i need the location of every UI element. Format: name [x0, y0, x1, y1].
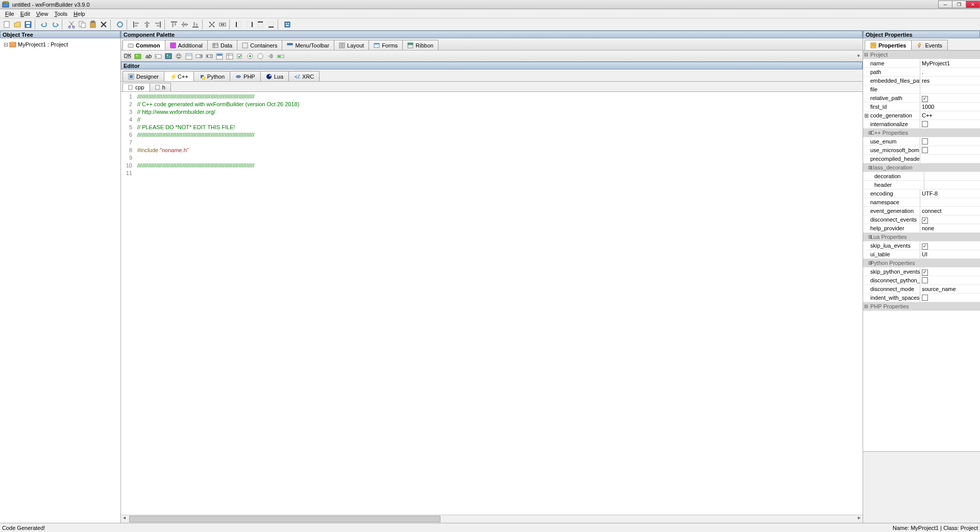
prop-value[interactable]: none [920, 224, 980, 232]
palette-tab-menu-toolbar[interactable]: Menu/Toolbar [282, 40, 334, 50]
horizontal-scrollbar[interactable] [121, 515, 863, 523]
palette-tab-layout[interactable]: Layout [334, 40, 369, 50]
prop-row-decoration[interactable]: decoration [863, 172, 980, 181]
palette-dropdown-icon[interactable]: ▼ [856, 54, 861, 58]
prop-value[interactable]: UI [920, 250, 980, 258]
prop-row-encoding[interactable]: encodingUTF-8 [863, 189, 980, 198]
expand-icon[interactable]: ⊟ [863, 163, 869, 172]
prop-category-python-properties[interactable]: ⊟Python Properties [863, 259, 980, 268]
align-right-button[interactable] [153, 19, 163, 30]
editor-tab-designer[interactable]: Designer [122, 71, 164, 81]
tree-root-item[interactable]: ⊟ MyProject1 : Project [1, 40, 119, 49]
align-center-h-button[interactable] [142, 19, 152, 30]
prop-category-class_decoration[interactable]: ⊟class_decoration [863, 163, 980, 172]
minimize-button[interactable]: ─ [938, 1, 952, 8]
prop-row-use_microsoft_bom[interactable]: use_microsoft_bom [863, 146, 980, 155]
expand-icon[interactable]: ⊟ [863, 259, 869, 267]
close-button[interactable]: ✕ [966, 1, 980, 8]
border-top-button[interactable] [255, 19, 265, 30]
prop-tab-properties[interactable]: Properties [865, 40, 912, 50]
prop-value[interactable]: UTF-8 [920, 189, 980, 198]
file-tab-h[interactable]: h [150, 83, 171, 91]
expand-button[interactable] [207, 19, 217, 30]
open-button[interactable] [12, 19, 22, 30]
expand-icon[interactable]: ⊟ [863, 302, 869, 310]
maximize-button[interactable]: ❐ [952, 1, 966, 8]
editor-tab-c[interactable]: ⚡C++ [164, 71, 194, 81]
prop-row-disconnect_mode[interactable]: disconnect_modesource_name [863, 285, 980, 294]
palette-tab-data[interactable]: Data [207, 40, 237, 50]
property-grid[interactable]: ⊟ProjectnameMyProject1path.embedded_file… [863, 51, 980, 451]
palette-tab-forms[interactable]: Forms [369, 40, 403, 50]
prop-value[interactable]: C++ [920, 111, 980, 119]
checkbox[interactable] [922, 277, 928, 283]
prop-tab-events[interactable]: Events [911, 40, 948, 50]
align-left-button[interactable] [131, 19, 141, 30]
listbox-tool[interactable] [184, 52, 193, 61]
radio-tool[interactable] [246, 52, 255, 61]
radiobox-tool[interactable] [256, 52, 265, 61]
prop-row-name[interactable]: nameMyProject1 [863, 59, 980, 68]
paste-button[interactable] [88, 19, 98, 30]
prop-value[interactable]: 1000 [920, 103, 980, 111]
settings-button[interactable] [282, 19, 292, 30]
prop-value[interactable]: connect [920, 207, 980, 215]
border-right-button[interactable] [244, 19, 255, 30]
menu-edit[interactable]: Edit [17, 10, 33, 17]
choice-tool[interactable] [215, 52, 224, 61]
code-content[interactable]: ////////////////////////////////////////… [135, 92, 863, 515]
menu-view[interactable]: View [33, 10, 52, 17]
prop-row-internationalize[interactable]: internationalize [863, 120, 980, 129]
border-bottom-button[interactable] [266, 19, 276, 30]
checkbox[interactable] [922, 295, 928, 301]
align-center-v-button[interactable] [180, 19, 190, 30]
new-button[interactable] [2, 19, 12, 30]
stretch-button[interactable] [217, 19, 228, 30]
menu-help[interactable]: Help [70, 10, 88, 17]
prop-row-indent_with_spaces[interactable]: indent_with_spaces [863, 294, 980, 302]
prop-row-code_generation[interactable]: ⊞code_generationC++ [863, 111, 980, 120]
prop-row-namespace[interactable]: namespace [863, 198, 980, 207]
prop-row-file[interactable]: file [863, 85, 980, 94]
expand-icon[interactable]: ⊞ [864, 112, 869, 118]
checkbox[interactable]: ✓ [922, 244, 928, 250]
scrollbar-thumb[interactable] [129, 516, 440, 522]
prop-row-relative_path[interactable]: relative_path✓ [863, 94, 980, 103]
prop-value[interactable] [924, 181, 980, 189]
prop-row-disconnect_events[interactable]: disconnect_events✓ [863, 215, 980, 224]
copy-button[interactable] [77, 19, 87, 30]
prop-row-event_generation[interactable]: event_generationconnect [863, 207, 980, 215]
cut-button[interactable] [66, 19, 77, 30]
checkbox[interactable]: ✓ [922, 96, 928, 102]
palette-tab-common[interactable]: Common [122, 40, 165, 50]
undo-button[interactable] [39, 19, 50, 30]
border-left-button[interactable] [234, 19, 244, 30]
bitmap-tool[interactable] [164, 52, 173, 61]
prop-value[interactable] [924, 172, 980, 180]
prop-row-disconnect_python_events[interactable]: disconnect_python_events [863, 276, 980, 285]
slider-tool[interactable] [266, 52, 275, 61]
palette-tab-ribbon[interactable]: Ribbon [402, 40, 438, 50]
checkbox[interactable] [922, 121, 928, 127]
prop-category-php-properties[interactable]: ⊟PHP Properties [863, 302, 980, 311]
prop-category-project[interactable]: ⊟Project [863, 51, 980, 59]
prop-row-header[interactable]: header [863, 181, 980, 189]
code-editor[interactable]: 1234567891011 //////////////////////////… [121, 92, 863, 515]
checkbox[interactable]: ✓ [922, 217, 928, 224]
prop-value[interactable]: res [920, 77, 980, 85]
expand-icon[interactable]: ⊟ [863, 233, 869, 241]
palette-tab-containers[interactable]: Containers [237, 40, 282, 50]
editor-tab-lua[interactable]: Lua [260, 71, 289, 81]
editor-tab-xrc[interactable]: </>XRC [288, 71, 320, 81]
prop-row-skip_python_events[interactable]: skip_python_events✓ [863, 268, 980, 276]
align-bottom-button[interactable] [190, 19, 201, 30]
object-tree[interactable]: ⊟ MyProject1 : Project [0, 38, 120, 523]
generate-code-button[interactable] [115, 19, 125, 30]
prop-value[interactable] [920, 198, 980, 206]
combobox-tool[interactable] [194, 52, 204, 61]
redo-button[interactable] [50, 19, 60, 30]
prop-row-ui_table[interactable]: ui_tableUI [863, 250, 980, 259]
gauge-tool[interactable] [276, 52, 285, 61]
static-text-tool[interactable]: abc [143, 52, 153, 61]
checkbox[interactable] [922, 138, 928, 144]
